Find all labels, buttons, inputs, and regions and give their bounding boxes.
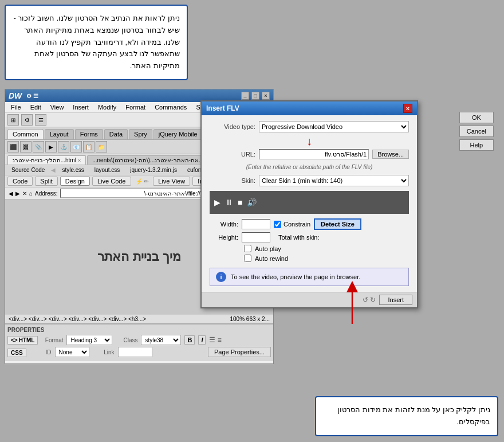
ok-btn[interactable]: OK	[459, 112, 494, 123]
menu-format[interactable]: Format	[124, 103, 147, 111]
menu-file[interactable]: File	[10, 103, 22, 111]
code-btn[interactable]: Code	[7, 177, 33, 186]
skin-select[interactable]: Clear Skin 1 (min width: 140)	[259, 175, 409, 186]
height-label: Height:	[210, 234, 238, 241]
height-row: Height: Total with skin:	[210, 232, 409, 242]
help-btn[interactable]: Help	[459, 139, 494, 151]
id-label: ID	[30, 349, 52, 355]
auto-rewind-checkbox[interactable]	[244, 255, 251, 262]
nav-stop[interactable]: ✕	[22, 190, 27, 197]
flv-side-buttons: OK Cancel Help	[459, 112, 494, 151]
insert-icon-1[interactable]: ⬛	[7, 141, 19, 152]
video-type-row: Video type: Progressive Download Video	[210, 121, 409, 132]
format-select[interactable]: Heading 3	[66, 335, 112, 345]
detect-size-btn[interactable]: Detect Size	[314, 218, 361, 230]
url-label: URL:	[210, 151, 255, 158]
insert-icon-2[interactable]: 🖼	[20, 141, 32, 152]
live-code-btn[interactable]: Live Code	[92, 177, 131, 186]
flv-titlebar: Insert FLV ×	[202, 101, 417, 115]
insert-icon-3[interactable]: 📎	[33, 141, 44, 152]
properties-row-1: <> HTML Format Heading 3 Class style38 B…	[7, 335, 271, 345]
menu-modify[interactable]: Modify	[97, 103, 117, 111]
source-style-css[interactable]: style.css	[58, 166, 88, 174]
minimize-btn[interactable]: _	[241, 92, 249, 100]
tab-data[interactable]: Data	[104, 129, 128, 139]
menu-edit[interactable]: Edit	[29, 103, 42, 111]
auto-play-checkbox[interactable]	[244, 245, 251, 252]
live-view-btn[interactable]: Live View	[153, 177, 190, 186]
flv-info-row: i To see the video, preview the page in …	[210, 268, 409, 286]
page-properties-btn[interactable]: Page Properties...	[208, 347, 271, 357]
link-input[interactable]	[118, 347, 152, 357]
nav-forward[interactable]: ▶	[15, 190, 20, 197]
stop-btn[interactable]: ■	[238, 198, 242, 207]
bold-btn[interactable]: B	[184, 335, 195, 345]
source-jquery[interactable]: jquery-1.3.2.min.js	[126, 166, 181, 174]
auto-play-label: Auto play	[255, 245, 281, 252]
properties-title: PROPERTIES	[7, 327, 271, 333]
height-input[interactable]	[242, 232, 270, 242]
html-badge[interactable]: <> HTML	[7, 336, 38, 345]
insert-icon-7[interactable]: 📋	[83, 141, 94, 152]
tab-jquery-mobile[interactable]: jQuery Mobile	[153, 129, 203, 139]
file-tab-2[interactable]: ...nents\(אינטרנט)-את-האתר-אינטרנ...(\תה…	[87, 155, 213, 165]
live-code-icons: ⚡ ✏	[133, 178, 151, 185]
format-label: Format	[41, 337, 63, 343]
flv-insert-btn[interactable]: Insert	[379, 295, 412, 305]
insert-icon-5[interactable]: ⚓	[58, 141, 69, 152]
pause-btn[interactable]: ⏸	[225, 198, 233, 207]
dw-window-controls[interactable]: _ □ ×	[241, 92, 270, 100]
tab-common[interactable]: Common	[7, 129, 44, 139]
refresh-icons: ↺ ↻	[363, 296, 376, 304]
tab-spry[interactable]: Spry	[129, 129, 152, 139]
file-tab-1[interactable]: תהליך-בניית-אינטרנ...html ×	[7, 155, 86, 165]
menu-view[interactable]: View	[49, 103, 65, 111]
maximize-btn[interactable]: □	[251, 92, 259, 100]
auto-play-row: Auto play	[244, 245, 409, 252]
italic-btn[interactable]: I	[198, 335, 206, 345]
design-btn[interactable]: Design	[60, 177, 90, 186]
flv-preview-bar: ▶ ⏸ ■ 🔊	[210, 191, 409, 214]
url-input[interactable]	[259, 149, 369, 159]
class-select[interactable]: style38	[141, 335, 181, 345]
nav-home[interactable]: ⌂	[29, 190, 33, 197]
width-label: Width:	[210, 221, 238, 228]
constrain-checkbox[interactable]	[274, 221, 281, 228]
cancel-btn[interactable]: Cancel	[459, 126, 494, 137]
nav-back[interactable]: ◀	[9, 190, 13, 197]
tab-forms[interactable]: Forms	[75, 129, 103, 139]
insert-icon-4[interactable]: ▶	[45, 141, 57, 152]
tab-layout[interactable]: Layout	[45, 129, 74, 139]
toolbar-btn-1[interactable]: ⊞	[7, 114, 19, 126]
video-type-select[interactable]: Progressive Download Video	[259, 121, 409, 132]
info-text: To see the video, preview the page in br…	[231, 273, 360, 280]
id-select[interactable]: None	[55, 347, 89, 357]
close-btn[interactable]: ×	[262, 92, 270, 100]
source-code-item[interactable]: Source Code	[7, 166, 49, 174]
dw-title-icons: ⚙ ☰	[26, 93, 38, 99]
browse-btn[interactable]: Browse...	[372, 150, 409, 159]
tooltip-top-text: ניתן לראות את הנתיב אל הסרטון שלנו. חשוב…	[14, 14, 180, 70]
width-input[interactable]	[242, 219, 270, 229]
play-btn[interactable]: ▶	[214, 198, 220, 207]
insert-icon-6[interactable]: 📧	[70, 141, 82, 152]
flv-close-btn[interactable]: ×	[403, 104, 412, 113]
insert-icon-8[interactable]: 📁	[96, 141, 107, 152]
split-btn[interactable]: Split	[35, 177, 57, 186]
breadcrumb-size: 100% 663 x 2...	[230, 316, 270, 322]
toolbar-btn-3[interactable]: ☰	[35, 114, 46, 126]
menu-insert[interactable]: Insert	[72, 103, 90, 111]
css-badge[interactable]: CSS	[7, 349, 26, 357]
link-label: Link	[93, 349, 115, 355]
toolbar-btn-2[interactable]: ⚙	[21, 114, 33, 126]
volume-btn[interactable]: 🔊	[247, 198, 257, 207]
html-label: HTML	[19, 337, 35, 343]
list-icons: ☰ ≡	[209, 336, 221, 344]
menu-commands[interactable]: Commands	[153, 103, 188, 111]
source-layout-css[interactable]: layout.css	[90, 166, 124, 174]
class-label: Class	[116, 337, 137, 343]
file-tab-1-close[interactable]: ×	[78, 158, 81, 163]
arrow-down-url: ↓	[210, 135, 409, 148]
html-tag-icon: <>	[11, 337, 18, 343]
breadcrumb-path: <div...> <div...> <div...> <div...> <div…	[9, 316, 146, 322]
